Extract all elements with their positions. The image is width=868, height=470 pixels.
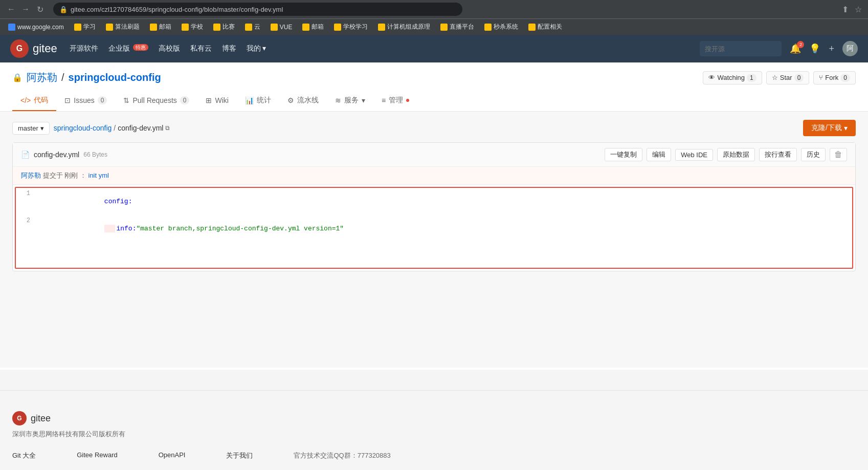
- star-icon: ☆: [772, 74, 778, 81]
- footer-col-reward: Gitee Reward: [77, 451, 117, 464]
- code-line-1: 1 config:: [16, 188, 852, 215]
- code-key-info: info:: [116, 225, 136, 232]
- search-input[interactable]: [700, 41, 782, 56]
- share-icon[interactable]: ⬆: [842, 5, 849, 14]
- commit-author-link[interactable]: 阿苏勒: [21, 172, 41, 179]
- url-text: gitee.com/czl1270784659/springcloud-conf…: [71, 6, 283, 13]
- delete-button[interactable]: 🗑: [830, 148, 847, 161]
- repo-name-link[interactable]: springcloud-config: [69, 72, 161, 83]
- issues-icon: ⊡: [64, 96, 71, 104]
- line-number-1: 1: [16, 188, 36, 215]
- history-button[interactable]: 历史: [801, 148, 826, 161]
- plus-button[interactable]: +: [829, 44, 834, 54]
- bookmark-9[interactable]: 学校学习: [330, 22, 372, 32]
- edit-button[interactable]: 编辑: [647, 148, 671, 161]
- bookmark-4[interactable]: 学校: [177, 22, 207, 32]
- bookmark-3[interactable]: 邮箱: [146, 22, 175, 32]
- notification-button[interactable]: 🔔 2: [790, 43, 801, 54]
- tab-manage[interactable]: ≡ 管理: [373, 91, 417, 111]
- tab-issues[interactable]: ⊡ Issues 0: [56, 91, 115, 111]
- commit-message-link[interactable]: init yml: [88, 172, 109, 179]
- refresh-button[interactable]: ↻: [35, 4, 45, 14]
- bookmark-2[interactable]: 算法刷题: [102, 22, 144, 32]
- google-favicon: [8, 24, 15, 31]
- bookmark-13[interactable]: 配置相关: [524, 22, 566, 32]
- code-keyword-1: config:: [104, 198, 132, 205]
- tab-issues-label: Issues: [74, 96, 94, 104]
- tab-wiki-label: Wiki: [215, 96, 228, 104]
- raw-data-button[interactable]: 原始数据: [717, 148, 755, 161]
- star-button[interactable]: ☆ Star 0: [766, 71, 810, 84]
- tab-services[interactable]: ≋ 服务 ▾: [327, 91, 373, 111]
- code-line-2: 2 info:"master branch,springcloud-config…: [16, 215, 852, 242]
- file-path-row: master ▾ springcloud-config / config-dev…: [12, 120, 856, 136]
- tab-code-label: 代码: [34, 96, 48, 105]
- gitee-logo[interactable]: G gitee: [10, 39, 57, 58]
- pr-badge: 0: [180, 96, 190, 104]
- fork-button[interactable]: ⑂ Fork 0: [813, 71, 856, 84]
- nav-blog[interactable]: 博客: [222, 44, 236, 53]
- footer-company: 深圳市奥思网络科技有限公司版权所有: [12, 430, 856, 439]
- bookmark-5[interactable]: 比赛: [209, 22, 239, 32]
- repo-owner-link[interactable]: 阿苏勒: [27, 71, 57, 84]
- bookmark-icon-5: [213, 24, 220, 31]
- bookmark-icon-11: [440, 24, 448, 31]
- breadcrumb-repo-link[interactable]: springcloud-config: [54, 124, 112, 132]
- bookmark-icon-2: [106, 24, 113, 31]
- breadcrumb-separator: /: [114, 124, 116, 132]
- lightbulb-icon[interactable]: 💡: [809, 43, 820, 54]
- copy-path-icon[interactable]: ⧉: [165, 124, 170, 132]
- nav-private[interactable]: 私有云: [190, 44, 212, 53]
- bookmark-label: www.google.com: [17, 24, 64, 31]
- tab-wiki[interactable]: ⊞ Wiki: [197, 91, 236, 111]
- footer-col-api-title: OpenAPI: [159, 451, 186, 459]
- bookmark-7[interactable]: VUE: [266, 23, 297, 32]
- nav-opensource[interactable]: 开源软件: [70, 44, 98, 53]
- tab-pipeline-label: 流水线: [297, 96, 319, 105]
- breadcrumb: springcloud-config / config-dev.yml ⧉: [54, 124, 170, 132]
- browser-actions: ⬆ ☆: [842, 5, 862, 14]
- copy-all-button[interactable]: 一键复制: [605, 148, 642, 161]
- line-view-button[interactable]: 按行查看: [759, 148, 797, 161]
- nav-mine[interactable]: 我的 ▾: [247, 44, 266, 53]
- nav-university[interactable]: 高校版: [159, 44, 180, 53]
- footer-logo-icon: G: [12, 411, 27, 425]
- bookmark-label-13: 配置相关: [538, 23, 562, 31]
- tab-code[interactable]: </> 代码: [12, 91, 56, 111]
- back-button[interactable]: ←: [6, 4, 16, 14]
- bookmark-6[interactable]: 云: [241, 22, 264, 32]
- tab-stats[interactable]: 📊 统计: [237, 91, 279, 111]
- repo-title-row: 🔒 阿苏勒 / springcloud-config 👁 Watching 1 …: [12, 71, 856, 84]
- gitee-navbar: G gitee 开源软件 企业版 特惠 高校版 私有云 博客 我的 ▾ 🔔 2 …: [0, 35, 868, 62]
- bookmark-label-8: 邮箱: [311, 23, 324, 31]
- bookmark-icon-3: [150, 24, 157, 31]
- bookmark-1[interactable]: 学习: [70, 22, 100, 32]
- tab-pipeline[interactable]: ⚙ 流水线: [279, 91, 327, 111]
- bookmark-10[interactable]: 计算机组成原理: [374, 22, 434, 32]
- forward-button[interactable]: →: [20, 4, 31, 14]
- web-ide-button[interactable]: Web IDE: [675, 149, 713, 161]
- eye-icon: 👁: [708, 74, 715, 81]
- file-viewer: 📄 config-dev.yml 66 Bytes 一键复制 编辑 Web ID…: [12, 142, 856, 271]
- tab-prs[interactable]: ⇅ Pull Requests 0: [115, 91, 197, 111]
- url-bar[interactable]: 🔒 gitee.com/czl1270784659/springcloud-co…: [53, 3, 462, 16]
- line-code-1: config:: [36, 188, 852, 215]
- bookmark-label-7: VUE: [280, 24, 293, 31]
- file-size-label: 66 Bytes: [83, 151, 107, 158]
- user-avatar[interactable]: 阿: [842, 41, 858, 56]
- watch-button[interactable]: 👁 Watching 1: [703, 71, 762, 84]
- bookmark-label-4: 学校: [191, 23, 203, 31]
- bookmark-8[interactable]: 邮箱: [298, 22, 328, 32]
- clone-download-button[interactable]: 克隆/下载 ▾: [803, 120, 856, 136]
- nav-enterprise[interactable]: 企业版 特惠: [108, 44, 148, 53]
- bookmark-google[interactable]: www.google.com: [4, 23, 68, 32]
- code-content: 1 config: 2 info:"master branch,springcl…: [15, 187, 853, 269]
- footer-logo-text: gitee: [31, 413, 51, 424]
- bookmark-12[interactable]: 秒杀系统: [480, 22, 522, 32]
- footer-col-about: 关于我们: [226, 451, 253, 464]
- branch-selector[interactable]: master ▾: [12, 122, 50, 135]
- bookmark-icon[interactable]: ☆: [855, 5, 862, 14]
- footer-logo: G gitee: [12, 411, 856, 425]
- wiki-icon: ⊞: [206, 96, 212, 104]
- bookmark-11[interactable]: 直播平台: [436, 22, 478, 32]
